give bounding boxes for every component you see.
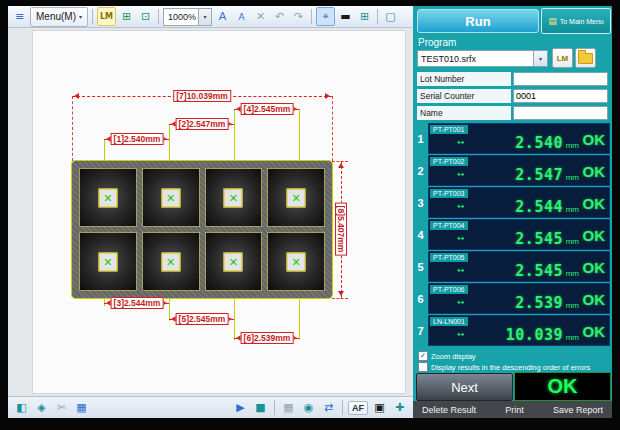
measure-point: ✕	[98, 188, 117, 207]
stop-icon[interactable]: ■	[252, 399, 269, 416]
result-row[interactable]: 6 PT-PT006 ↔ 2.539 mm OK	[413, 283, 610, 314]
dimension-label: [5]2.545mm	[176, 313, 229, 325]
part-pocket: ✕	[143, 169, 199, 226]
af-button[interactable]: AF	[348, 401, 368, 415]
region-add-icon[interactable]: ⊞	[356, 8, 373, 25]
result-status: OK	[583, 290, 606, 307]
result-index: 5	[413, 251, 428, 282]
panel-footer: Delete Result Print Save Report	[413, 401, 612, 418]
open-program-button[interactable]	[575, 48, 596, 68]
target-icon[interactable]: ⌖	[316, 7, 335, 26]
lot-number-input[interactable]	[513, 72, 608, 86]
result-status: OK	[583, 258, 606, 275]
chevron-down-icon[interactable]: ▾	[533, 51, 547, 66]
fit-text-b-icon[interactable]: A	[233, 8, 250, 25]
result-body: PT-PT002 ↔ 2.547 mm OK	[428, 155, 610, 186]
part-pocket: ✕	[80, 233, 136, 290]
result-unit: mm	[566, 141, 579, 150]
dimension-label: [3]2.544mm	[111, 297, 164, 309]
program-select[interactable]: TEST010.srfx ▾	[417, 50, 548, 67]
window-edit-icon[interactable]: ▢	[382, 8, 399, 25]
result-row[interactable]: 7 LN-LN001 ↔ 10.039 mm OK	[413, 315, 610, 346]
print-button[interactable]: Print	[505, 405, 524, 415]
dimension-icon: ↔	[457, 233, 465, 243]
lm-mode-icon[interactable]: LM	[97, 7, 116, 26]
measure-point: ✕	[161, 252, 180, 271]
screen-icon[interactable]: ▬	[337, 8, 354, 25]
menu-button-label: Menu(M)	[36, 11, 76, 22]
delete-result-button[interactable]: Delete Result	[422, 405, 476, 415]
camera-icon[interactable]: ▣	[371, 399, 388, 416]
part-pocket: ✕	[143, 233, 199, 290]
program-label: Program	[418, 37, 456, 48]
app-window: ≡ Menu(M)▾ LM ⊞ ⊡ 1000%▾ A A ✕ ↶ ↷ ⌖ ▬ ⊞…	[8, 6, 612, 418]
toolbar-separator	[274, 400, 275, 415]
measured-part: ✕ ✕ ✕ ✕ ✕ ✕ ✕ ✕	[72, 161, 332, 298]
x-marker-icon: ✕	[292, 255, 301, 268]
result-unit: mm	[566, 301, 579, 310]
ok-status-button[interactable]: OK	[514, 372, 611, 401]
result-status: OK	[583, 130, 606, 147]
result-body: LN-LN001 ↔ 10.039 mm OK	[428, 315, 610, 346]
name-input[interactable]	[513, 106, 608, 120]
bottom-toolbar: ◧ ◈ ✄ ▦ ▶ ■ ▦ ◉ ⇄ AF ▣ ✚	[8, 396, 413, 418]
measurement-image[interactable]: ✕ ✕ ✕ ✕ ✕ ✕ ✕ ✕	[32, 30, 406, 394]
menu-button[interactable]: Menu(M)▾	[30, 7, 88, 27]
extension-line	[299, 298, 300, 340]
result-row[interactable]: 1 PT-PT001 ↔ 2.540 mm OK	[413, 123, 610, 154]
program-value: TEST010.srfx	[418, 54, 533, 64]
run-panel: Run ▤ To Main Menu Program TEST010.srfx …	[413, 6, 612, 418]
result-row[interactable]: 5 PT-PT005 ↔ 2.545 mm OK	[413, 251, 610, 282]
stage-icon[interactable]: ◧	[13, 399, 30, 416]
checkbox-checked[interactable]: ✓	[418, 351, 428, 361]
fit-text-a-icon[interactable]: A	[214, 8, 231, 25]
save-report-button[interactable]: Save Report	[553, 405, 603, 415]
result-unit: mm	[566, 237, 579, 246]
pan-icon[interactable]: ⇄	[320, 399, 337, 416]
name-label: Name	[417, 106, 511, 120]
play-icon[interactable]: ▶	[232, 399, 249, 416]
result-row[interactable]: 4 PT-PT004 ↔ 2.545 mm OK	[413, 219, 610, 250]
result-index: 3	[413, 187, 428, 218]
circles-icon[interactable]: ◉	[300, 399, 317, 416]
result-index: 2	[413, 155, 428, 186]
zoom-select[interactable]: 1000%▾	[163, 8, 212, 26]
chevron-down-icon: ▾	[79, 13, 82, 20]
result-id: PT-PT005	[430, 253, 468, 262]
result-row[interactable]: 2 PT-PT002 ↔ 2.547 mm OK	[413, 155, 610, 186]
to-main-menu-button[interactable]: ▤ To Main Menu	[541, 8, 611, 34]
image-icon[interactable]: ▦	[73, 399, 90, 416]
cross-icon[interactable]: ✚	[391, 399, 408, 416]
result-status: OK	[583, 162, 606, 179]
run-tab-button[interactable]: Run	[417, 9, 539, 33]
undo-icon[interactable]: ↶	[271, 8, 288, 25]
result-body: PT-PT004 ↔ 2.545 mm OK	[428, 219, 610, 250]
extension-line	[234, 109, 235, 161]
serial-counter-input[interactable]	[513, 89, 608, 103]
dimension-icon: ↔	[457, 137, 465, 147]
app-menu-icon[interactable]: ≡	[11, 8, 28, 25]
descending-order-option[interactable]: Display results in the descending order …	[418, 362, 590, 372]
redo-icon[interactable]: ↷	[290, 8, 307, 25]
grid-icon[interactable]: ▦	[280, 399, 297, 416]
window-add-icon[interactable]: ⊡	[137, 8, 154, 25]
chevron-down-icon[interactable]: ▾	[198, 9, 211, 25]
checkbox-unchecked[interactable]	[418, 362, 428, 372]
dimension-label: [8]5.407mm	[335, 203, 347, 256]
cut-icon[interactable]: ✄	[53, 399, 70, 416]
toolbar-separator	[311, 9, 312, 24]
capture-add-icon[interactable]: ⊞	[118, 8, 135, 25]
result-value: 2.545	[515, 262, 563, 280]
result-unit: mm	[566, 205, 579, 214]
lm-program-button[interactable]: LM	[552, 48, 573, 68]
x-marker-icon: ✕	[166, 191, 175, 204]
extension-line	[169, 124, 170, 161]
witness-line	[332, 96, 333, 161]
layers-icon[interactable]: ◈	[33, 399, 50, 416]
next-button[interactable]: Next	[416, 373, 513, 401]
serial-counter-label: Serial Counter	[417, 89, 511, 103]
clear-icon[interactable]: ✕	[252, 8, 269, 25]
zoom-display-option[interactable]: ✓ Zoom display	[418, 351, 476, 361]
dimension-icon: ↔	[457, 297, 465, 307]
result-row[interactable]: 3 PT-PT003 ↔ 2.544 mm OK	[413, 187, 610, 218]
